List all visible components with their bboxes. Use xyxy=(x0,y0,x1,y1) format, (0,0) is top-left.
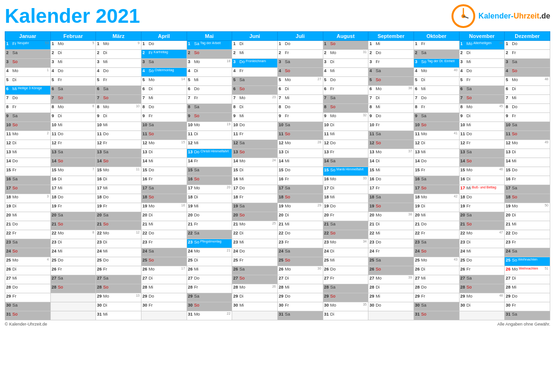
calendar-cell: 21So xyxy=(459,221,505,230)
calendar-cell: 1FrNeujahr53 xyxy=(5,41,51,50)
calendar-cell: 18Mo42 xyxy=(414,194,459,203)
calendar-row: 11Mo211Do11Do11So11Di11Fr11So11Mi11Sa11M… xyxy=(5,131,550,140)
calendar-cell: 30Mo35 xyxy=(323,302,368,311)
calendar-row: 18Mo318Do18Do18So18Di18Fr18So18Mi18Sa18M… xyxy=(5,194,550,203)
calendar-row: 24So24Mi24Mi24Sa24Mo2124Do24Sa24Di24Fr24… xyxy=(5,248,550,257)
calendar-cell: 7Sa xyxy=(323,95,368,104)
calendar-cell: 21Do xyxy=(5,221,51,230)
calendar-cell: 29So xyxy=(323,293,368,302)
calendar-cell: 16Fr xyxy=(505,176,550,185)
calendar-cell: 28So xyxy=(50,284,96,293)
calendar-cell: 14So xyxy=(50,158,96,167)
calendar-cell: 16Fr xyxy=(141,176,187,185)
calendar-cell: 17Mi xyxy=(50,185,96,194)
calendar-cell: 27Do xyxy=(187,275,232,284)
calendar-cell: 24Mo21 xyxy=(187,248,232,257)
footer-right: Alle Angaben ohne Gewähr. xyxy=(497,322,550,327)
calendar-cell: 16Fr xyxy=(277,176,323,185)
calendar-cell: 21Di xyxy=(368,221,414,230)
calendar-cell: 20Sa xyxy=(459,212,505,221)
calendar-cell: 3DoFronleichnam xyxy=(232,59,278,68)
calendar-cell: 6Sa xyxy=(96,86,141,95)
calendar-cell: 23Di xyxy=(459,239,505,248)
calendar-row: 16Sa16Di16Di16Fr16So16Mi16Fr16Mo3316Do16… xyxy=(5,176,550,185)
month-apr: April xyxy=(141,32,187,41)
calendar-cell: 25SoWeihnachten xyxy=(505,257,550,266)
calendar-cell: 29Mo48 xyxy=(459,293,505,302)
calendar-cell: 28Do xyxy=(5,284,51,293)
calendar-cell: 26So xyxy=(368,266,414,275)
calendar-cell: 14Do xyxy=(5,158,51,167)
calendar-cell: 27Sa xyxy=(96,275,141,284)
calendar-row: 8Fr8Mo68Mo108Do8Sa8Di8Do8So8Mi8Fr8Mo458D… xyxy=(5,104,550,113)
calendar-cell: 17Sa xyxy=(277,185,323,194)
calendar-cell: 5Do xyxy=(323,77,368,86)
calendar-cell: 12Di xyxy=(414,140,459,149)
calendar-cell xyxy=(50,311,96,320)
calendar-cell: 10Mi xyxy=(50,122,96,131)
calendar-cell: 24Mi xyxy=(459,248,505,257)
calendar-cell: 9Fr xyxy=(505,113,550,122)
calendar-cell: 3Di xyxy=(323,59,368,68)
calendar-cell: 29Do xyxy=(141,293,187,302)
calendar-cell: 15Mo7 xyxy=(50,167,96,176)
calendar-cell: 6So xyxy=(232,86,278,95)
calendar-row: 28Do28So28So28Mi28Fr28Mo2628Mi28Sa28Di28… xyxy=(5,284,550,293)
calendar-cell: 2Di xyxy=(96,50,141,59)
calendar-cell: 22Mo8 xyxy=(50,230,96,239)
calendar-cell: 27Mo39 xyxy=(368,275,414,284)
calendar-cell: 11Mo2 xyxy=(5,131,51,140)
calendar-cell: 16Di xyxy=(96,176,141,185)
calendar-cell: 18Fr xyxy=(232,194,278,203)
calendar-cell: 26Di xyxy=(5,266,51,275)
month-jan: Januar xyxy=(5,32,51,41)
calendar-cell: 4So xyxy=(505,68,550,77)
calendar-cell: 7Fr xyxy=(187,95,232,104)
calendar-cell: 28Sa xyxy=(323,284,368,293)
calendar-cell: 24Sa xyxy=(277,248,323,257)
calendar-cell: 22Do xyxy=(505,230,550,239)
calendar-row: 10So10Mi10Mi10Sa10Mo1910Do10Sa10Di10Fr10… xyxy=(5,122,550,131)
calendar-cell: 31Mo22 xyxy=(187,311,232,320)
calendar-cell: 20Mo38 xyxy=(368,212,414,221)
calendar-cell: 6Sa xyxy=(459,86,505,95)
calendar-cell: 12Mo49 xyxy=(505,140,550,149)
calendar-cell: 17So xyxy=(414,185,459,194)
calendar-cell: 13Di xyxy=(505,149,550,158)
calendar-cell: 7Do xyxy=(414,95,459,104)
calendar-cell: 19Di xyxy=(414,203,459,212)
calendar-cell: 16Do xyxy=(368,176,414,185)
calendar-cell: 2Di xyxy=(459,50,505,59)
calendar-cell: 11So xyxy=(277,131,323,140)
calendar-cell: 15Di xyxy=(232,167,278,176)
calendar-cell: 18Di xyxy=(187,194,232,203)
calendar-cell: 30Di xyxy=(96,302,141,311)
calendar-cell: 7So xyxy=(50,95,96,104)
calendar-cell: 22Sa xyxy=(187,230,232,239)
calendar-cell: 28So xyxy=(459,284,505,293)
calendar-cell: 12Fr xyxy=(96,140,141,149)
calendar-cell: 17Mo20 xyxy=(187,185,232,194)
calendar-cell: 2FrKarfreitag xyxy=(141,50,187,59)
calendar-cell: 8Fr xyxy=(5,104,51,113)
calendar-cell: 11Do xyxy=(459,131,505,140)
calendar-cell: 31Mi xyxy=(96,311,141,320)
calendar-cell: 4Sa xyxy=(368,68,414,77)
calendar-cell: 22Do xyxy=(141,230,187,239)
calendar-cell: 3Sa xyxy=(505,59,550,68)
calendar-row: 15Fr15Mo715Mo1115Do15Sa15Di15Do15SoMariä… xyxy=(5,167,550,176)
calendar-cell: 4Do xyxy=(50,68,96,77)
calendar-cell: 1So xyxy=(323,41,368,50)
calendar-cell: 19Fr xyxy=(459,203,505,212)
calendar-table: Januar Februar März April Mai Juni Juli … xyxy=(5,31,550,320)
calendar-cell: 8Fr xyxy=(414,104,459,113)
calendar-cell: 5Fr xyxy=(96,77,141,86)
calendar-cell: 1Fr xyxy=(414,41,459,50)
calendar-cell: 5Fr xyxy=(50,77,96,86)
calendar-row: 4Mo14Do4Do4SoOstermontag4Di4Fr4So4Mi4Sa4… xyxy=(5,68,550,77)
calendar-cell: 10Sa xyxy=(141,122,187,131)
calendar-cell: 30Sa xyxy=(5,302,51,311)
calendar-cell: 7Mi xyxy=(141,95,187,104)
month-feb: Februar xyxy=(50,32,96,41)
calendar-cell: 28Mo26 xyxy=(232,284,278,293)
